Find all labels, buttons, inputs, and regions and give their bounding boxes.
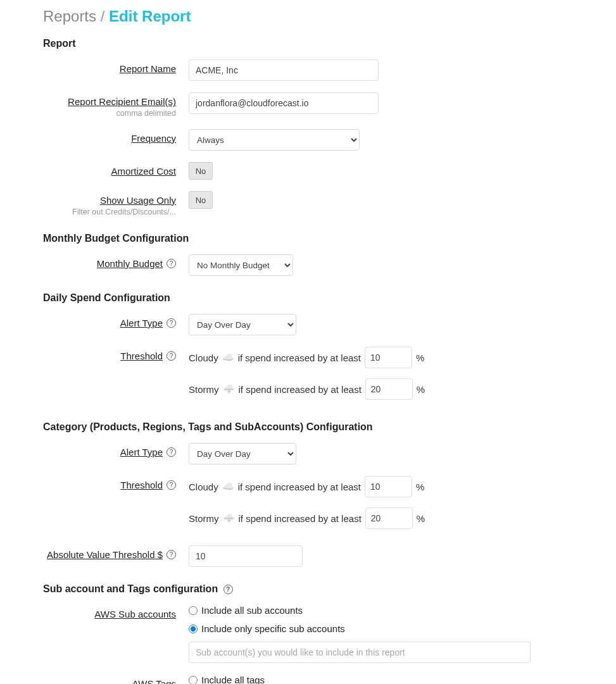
help-icon[interactable] — [167, 318, 176, 328]
threshold-cloudy-prefix: Cloudy — [189, 352, 218, 363]
pct-sign: % — [416, 482, 424, 492]
threshold-stormy-prefix: Stormy — [189, 384, 219, 395]
label-usage-only: Show Usage Only — [100, 195, 176, 206]
threshold-suffix: if spend increased by at least — [238, 352, 361, 363]
help-icon[interactable] — [167, 480, 176, 490]
label-daily-alert-type: Alert Type — [120, 318, 163, 328]
section-monthly-title: Monthly Budget Configuration — [43, 233, 573, 244]
threshold-suffix: if spend increased by at least — [239, 384, 361, 395]
storm-icon: 🌩️ — [223, 383, 235, 395]
frequency-select[interactable]: Always — [189, 129, 360, 151]
label-frequency: Frequency — [131, 133, 176, 144]
radio-sub-specific-input[interactable] — [189, 625, 198, 633]
label-recipient: Report Recipient Email(s) — [68, 96, 176, 107]
category-stormy-input[interactable] — [365, 507, 413, 529]
breadcrumb-current: Edit Report — [109, 8, 191, 25]
label-aws-sub: AWS Sub accounts — [94, 609, 176, 619]
label-abs-value: Absolute Value Threshold $ — [47, 549, 163, 560]
radio-tags-all[interactable]: Include all tags — [189, 675, 573, 684]
report-name-input[interactable] — [189, 59, 379, 81]
breadcrumb-parent[interactable]: Reports — [43, 8, 96, 25]
threshold-suffix: if spend increased by at least — [239, 513, 361, 524]
absolute-value-input[interactable] — [189, 545, 303, 567]
pct-sign: % — [417, 384, 425, 395]
breadcrumb: Reports / Edit Report — [43, 8, 573, 25]
label-usage-only-sub: Filter out Credits/Discounts/... — [43, 208, 176, 216]
radio-sub-all-input[interactable] — [189, 606, 198, 615]
category-cloudy-input[interactable] — [365, 476, 412, 497]
label-amortized: Amortized Cost — [111, 166, 176, 177]
label-daily-threshold: Threshold — [120, 351, 163, 361]
recipient-emails-input[interactable] — [189, 92, 379, 114]
radio-sub-all[interactable]: Include all sub accounts — [189, 605, 573, 616]
monthly-budget-select[interactable]: No Monthly Budget — [189, 254, 293, 276]
help-icon[interactable] — [167, 259, 176, 268]
radio-sub-specific-label: Include only specific sub accounts — [201, 623, 345, 634]
daily-stormy-input[interactable] — [365, 378, 413, 400]
section-daily-title: Daily Spend Configuration — [43, 292, 573, 304]
daily-alert-type-select[interactable]: Day Over Day — [189, 314, 296, 335]
label-monthly-budget: Monthly Budget — [97, 258, 163, 269]
threshold-cloudy-prefix: Cloudy — [189, 482, 218, 492]
radio-sub-all-label: Include all sub accounts — [201, 605, 303, 616]
category-alert-type-select[interactable]: Day Over Day — [189, 443, 296, 464]
help-icon[interactable] — [167, 550, 176, 559]
label-aws-tags: AWS Tags — [132, 678, 176, 684]
help-icon[interactable] — [223, 585, 233, 594]
section-subtags-label: Sub account and Tags configuration — [43, 583, 218, 594]
threshold-suffix: if spend increased by at least — [238, 482, 361, 492]
cloud-icon: ☁️ — [222, 352, 234, 363]
pct-sign: % — [416, 352, 424, 363]
label-recipient-sub: comma delimited — [43, 109, 176, 118]
usage-only-toggle[interactable]: No — [189, 191, 213, 209]
daily-cloudy-input[interactable] — [365, 347, 412, 368]
label-cat-threshold: Threshold — [120, 480, 163, 490]
section-report-title: Report — [43, 38, 573, 49]
label-cat-alert-type: Alert Type — [120, 447, 163, 457]
breadcrumb-sep: / — [96, 8, 109, 25]
radio-tags-all-label: Include all tags — [201, 675, 265, 684]
pct-sign: % — [417, 513, 425, 524]
storm-icon: 🌩️ — [223, 513, 235, 524]
threshold-stormy-prefix: Stormy — [189, 513, 219, 524]
section-subtags-title: Sub account and Tags configuration — [43, 583, 573, 595]
sub-accounts-input[interactable] — [189, 642, 531, 663]
help-icon[interactable] — [167, 447, 176, 457]
cloud-icon: ☁️ — [222, 481, 234, 492]
amortized-toggle[interactable]: No — [189, 162, 213, 180]
radio-tags-all-input[interactable] — [189, 676, 198, 685]
radio-sub-specific[interactable]: Include only specific sub accounts — [189, 623, 573, 634]
section-category-title: Category (Products, Regions, Tags and Su… — [43, 421, 573, 433]
help-icon[interactable] — [167, 351, 176, 361]
label-report-name: Report Name — [120, 63, 176, 74]
